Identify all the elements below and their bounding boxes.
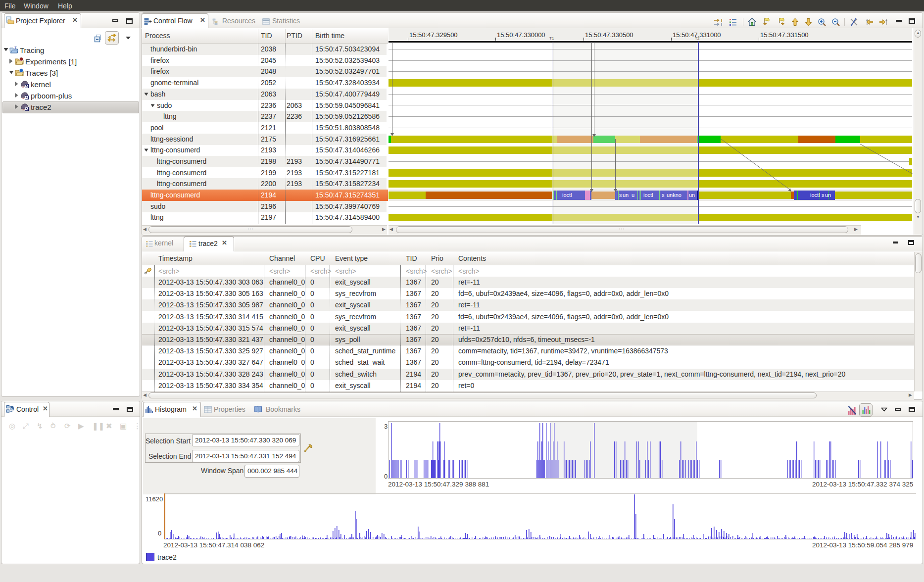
- svg-text:T: T: [14, 46, 17, 50]
